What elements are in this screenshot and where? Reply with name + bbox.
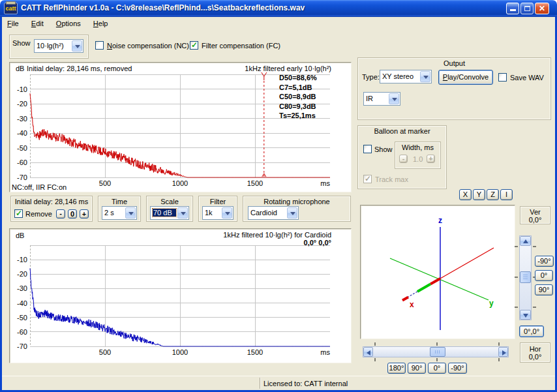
arrow-right-icon xyxy=(502,350,506,355)
scale-combobox[interactable]: 70 dB xyxy=(150,206,189,220)
grip-icon xyxy=(435,350,440,354)
horizontal-rotation-scrollbar[interactable] xyxy=(363,346,509,357)
y-tick-label: -30 xyxy=(17,284,27,292)
minimize-button[interactable] xyxy=(506,3,519,14)
z-axis-label: z xyxy=(438,216,442,225)
window-title: CATT ReflPhinder v1.0a - C:\v8release\Re… xyxy=(21,3,305,12)
slider-tick xyxy=(515,277,518,278)
status-bar: Licensed to: CATT internal xyxy=(2,376,555,390)
time-combobox[interactable]: 2 s xyxy=(102,206,137,220)
menu-help[interactable]: Help xyxy=(88,17,113,29)
top-chart-info: Initial delay: 28,146 ms, removed xyxy=(27,65,132,72)
save-wav-checkbox[interactable] xyxy=(498,73,507,82)
maximize-icon xyxy=(524,6,530,11)
time-marker[interactable] xyxy=(262,72,267,177)
balloon-width-title: Width, ms xyxy=(395,143,440,151)
filter-compensation-checkbox[interactable] xyxy=(190,41,198,50)
save-wav-label: Save WAV xyxy=(510,74,544,82)
hor-180-button[interactable]: 180° xyxy=(387,363,406,374)
menu-file[interactable]: File xyxy=(2,17,24,29)
track-max-checkbox[interactable] xyxy=(363,175,372,183)
menu-options[interactable]: Options xyxy=(51,17,86,29)
slider-tick xyxy=(533,246,536,247)
grid xyxy=(30,245,330,346)
rotating-microphone-combobox[interactable]: Cardioid xyxy=(248,206,299,220)
menu-edit[interactable]: Edit xyxy=(26,17,49,29)
stat-c50: C50=8,9dB xyxy=(279,92,317,102)
scroll-right-button[interactable] xyxy=(498,347,508,357)
axis-labels: -10-20-30-40-50-60-7050010001500ms xyxy=(17,256,330,356)
delay-minus-button[interactable]: - xyxy=(56,209,65,219)
chevron-down-icon[interactable] xyxy=(420,71,430,82)
delay-zero-button[interactable]: 0 xyxy=(68,209,77,219)
scrollbar-tick xyxy=(436,342,438,346)
initial-delay-title: Initial delay: 28,146 ms xyxy=(11,198,92,205)
scrollbar-tick xyxy=(498,358,500,361)
view-z-button[interactable]: Z xyxy=(487,189,499,200)
title-bar[interactable]: catt CATT ReflPhinder v1.0a - C:\v8relea… xyxy=(0,0,557,17)
hor-0-button[interactable]: 0° xyxy=(428,363,446,374)
license-status-text: Licensed to: CATT internal xyxy=(263,380,348,387)
width-plus-button[interactable]: + xyxy=(427,155,435,163)
chevron-down-icon[interactable] xyxy=(287,207,297,219)
play-convolve-button[interactable]: Play/Convolve xyxy=(438,70,493,85)
width-minus-button[interactable]: - xyxy=(399,155,408,163)
slider-up-button[interactable] xyxy=(520,236,531,246)
bottom-chart-title: 1kHz filtered 10·lg(h²) for Cardioid xyxy=(196,231,331,239)
arrow-down-icon xyxy=(523,314,528,318)
hor-title: Hor xyxy=(520,345,550,353)
top-chart-ylabel: dB xyxy=(16,65,24,72)
y-tick-label: -40 xyxy=(17,299,27,307)
scrollbar-tick xyxy=(374,358,376,361)
chevron-down-icon[interactable] xyxy=(222,207,232,219)
y-tick-label: -20 xyxy=(17,270,27,278)
noise-compensation-checkbox[interactable] xyxy=(95,41,104,50)
reset-orientation-button[interactable]: 0°,0° xyxy=(519,325,544,337)
x-tick-label: 1500 xyxy=(247,348,263,356)
ir-combobox[interactable]: IR xyxy=(363,92,400,106)
x-axis-thick-red-segment xyxy=(430,279,440,284)
stat-ts: Ts=25,1ms xyxy=(279,111,317,121)
show-combobox[interactable]: 10·lg(h²) xyxy=(34,39,83,53)
view-y-button[interactable]: Y xyxy=(473,189,485,200)
bottom-chart-ylabel: dB xyxy=(16,232,24,239)
directional-response-chart[interactable]: -10-20-30-40-50-60-7050010001500ms xyxy=(10,230,350,362)
ver-minus90-button[interactable]: -90° xyxy=(535,256,554,267)
hor-90-button[interactable]: 90° xyxy=(408,363,426,374)
mic-direction-thick-green-segment xyxy=(417,284,430,292)
chevron-down-icon[interactable] xyxy=(125,207,136,219)
chevron-down-icon[interactable] xyxy=(389,93,399,104)
output-title: Output xyxy=(358,59,550,67)
slider-down-button[interactable] xyxy=(520,310,531,320)
view-x-button[interactable]: X xyxy=(459,189,472,200)
maximize-button[interactable] xyxy=(520,3,534,14)
x-tick-label: 1500 xyxy=(247,179,263,187)
balloon-width-value: 1.0 xyxy=(413,155,423,163)
scale-combobox-value: 70 dB xyxy=(153,209,176,217)
remove-checkbox[interactable] xyxy=(14,209,23,218)
filter-combobox[interactable]: 1k xyxy=(202,206,233,220)
slider-tick xyxy=(515,246,518,247)
close-button[interactable]: ✕ xyxy=(535,3,549,14)
output-type-combobox[interactable]: XY stereo xyxy=(380,70,432,83)
slider-thumb[interactable] xyxy=(520,271,531,283)
delay-plus-button[interactable]: + xyxy=(80,209,89,219)
grip-icon xyxy=(523,275,528,279)
view-i-button[interactable]: I xyxy=(500,189,513,200)
chevron-down-icon[interactable] xyxy=(72,40,82,52)
ver-90-button[interactable]: 90° xyxy=(535,284,553,295)
output-type-value: XY stereo xyxy=(382,72,419,80)
orientation-3d-view[interactable]: z y x xyxy=(361,206,514,338)
hor-minus90-button[interactable]: -90° xyxy=(448,363,467,374)
chevron-down-icon[interactable] xyxy=(177,207,188,219)
vertical-rotation-slider[interactable] xyxy=(519,235,532,320)
scrollbar-thumb[interactable] xyxy=(430,347,445,357)
x-axis-tip-segment xyxy=(402,297,408,301)
time-combobox-value: 2 s xyxy=(104,209,124,217)
y-tick-label: -40 xyxy=(17,129,27,137)
scroll-left-button[interactable] xyxy=(363,347,373,357)
x-axis-dashed-segment xyxy=(408,292,417,297)
rotating-microphone-value: Cardioid xyxy=(250,209,286,217)
ver-0-button[interactable]: 0° xyxy=(535,270,553,281)
balloon-show-checkbox[interactable] xyxy=(363,145,372,153)
